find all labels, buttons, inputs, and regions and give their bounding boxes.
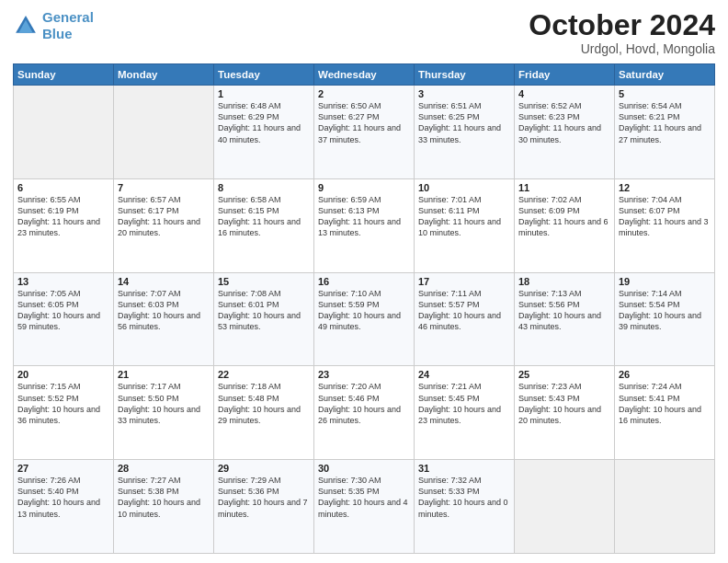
calendar-cell-w1-d0 bbox=[14, 86, 114, 179]
day-number: 4 bbox=[518, 88, 610, 99]
calendar-cell-w2-d4: 10Sunrise: 7:01 AMSunset: 6:11 PMDayligh… bbox=[415, 178, 515, 272]
day-number: 20 bbox=[17, 369, 109, 380]
calendar-cell-w4-d3: 23Sunrise: 7:20 AMSunset: 5:46 PMDayligh… bbox=[314, 366, 415, 460]
header-tuesday: Tuesday bbox=[214, 64, 314, 86]
logo: General Blue bbox=[13, 9, 94, 42]
calendar-cell-w1-d2: 1Sunrise: 6:48 AMSunset: 6:29 PMDaylight… bbox=[214, 86, 314, 179]
day-info: Sunrise: 7:21 AMSunset: 5:45 PMDaylight:… bbox=[418, 381, 510, 426]
calendar-cell-w3-d6: 19Sunrise: 7:14 AMSunset: 5:54 PMDayligh… bbox=[615, 272, 715, 366]
calendar-cell-w2-d6: 12Sunrise: 7:04 AMSunset: 6:07 PMDayligh… bbox=[615, 178, 715, 272]
header-thursday: Thursday bbox=[415, 64, 515, 86]
day-number: 18 bbox=[518, 276, 610, 287]
day-number: 12 bbox=[619, 182, 711, 193]
logo-icon bbox=[13, 13, 39, 39]
day-number: 8 bbox=[218, 182, 310, 193]
calendar-cell-w3-d5: 18Sunrise: 7:13 AMSunset: 5:56 PMDayligh… bbox=[515, 272, 615, 366]
calendar-cell-w1-d6: 5Sunrise: 6:54 AMSunset: 6:21 PMDaylight… bbox=[615, 86, 715, 179]
weekday-header-row: Sunday Monday Tuesday Wednesday Thursday… bbox=[14, 64, 715, 86]
day-number: 29 bbox=[218, 463, 310, 474]
day-number: 31 bbox=[418, 463, 510, 474]
day-info: Sunrise: 7:23 AMSunset: 5:43 PMDaylight:… bbox=[518, 381, 610, 426]
day-number: 13 bbox=[17, 276, 109, 287]
page: General Blue October 2024 Urdgol, Hovd, … bbox=[0, 0, 728, 563]
day-info: Sunrise: 6:51 AMSunset: 6:25 PMDaylight:… bbox=[418, 100, 510, 145]
calendar-cell-w5-d0: 27Sunrise: 7:26 AMSunset: 5:40 PMDayligh… bbox=[14, 460, 114, 554]
day-info: Sunrise: 7:04 AMSunset: 6:07 PMDaylight:… bbox=[619, 194, 711, 239]
day-info: Sunrise: 7:01 AMSunset: 6:11 PMDaylight:… bbox=[418, 194, 510, 239]
day-info: Sunrise: 7:08 AMSunset: 6:01 PMDaylight:… bbox=[218, 288, 310, 333]
day-info: Sunrise: 6:48 AMSunset: 6:29 PMDaylight:… bbox=[218, 100, 310, 145]
day-info: Sunrise: 7:11 AMSunset: 5:57 PMDaylight:… bbox=[418, 288, 510, 333]
calendar-cell-w1-d4: 3Sunrise: 6:51 AMSunset: 6:25 PMDaylight… bbox=[415, 86, 515, 179]
day-info: Sunrise: 7:24 AMSunset: 5:41 PMDaylight:… bbox=[619, 381, 711, 426]
day-info: Sunrise: 7:30 AMSunset: 5:35 PMDaylight:… bbox=[318, 475, 410, 520]
week-row-5: 27Sunrise: 7:26 AMSunset: 5:40 PMDayligh… bbox=[14, 460, 715, 554]
day-info: Sunrise: 7:07 AMSunset: 6:03 PMDaylight:… bbox=[118, 288, 210, 333]
calendar-cell-w4-d4: 24Sunrise: 7:21 AMSunset: 5:45 PMDayligh… bbox=[415, 366, 515, 460]
calendar-cell-w5-d6 bbox=[615, 460, 715, 554]
calendar-cell-w2-d5: 11Sunrise: 7:02 AMSunset: 6:09 PMDayligh… bbox=[515, 178, 615, 272]
calendar-cell-w4-d1: 21Sunrise: 7:17 AMSunset: 5:50 PMDayligh… bbox=[114, 366, 214, 460]
calendar-cell-w3-d4: 17Sunrise: 7:11 AMSunset: 5:57 PMDayligh… bbox=[415, 272, 515, 366]
calendar-table: Sunday Monday Tuesday Wednesday Thursday… bbox=[13, 63, 715, 554]
day-number: 28 bbox=[118, 463, 210, 474]
day-info: Sunrise: 7:02 AMSunset: 6:09 PMDaylight:… bbox=[518, 194, 610, 239]
week-row-2: 6Sunrise: 6:55 AMSunset: 6:19 PMDaylight… bbox=[14, 178, 715, 272]
header-friday: Friday bbox=[515, 64, 615, 86]
day-info: Sunrise: 7:14 AMSunset: 5:54 PMDaylight:… bbox=[619, 288, 711, 333]
title-block: October 2024 Urdgol, Hovd, Mongolia bbox=[529, 9, 715, 56]
calendar-cell-w5-d1: 28Sunrise: 7:27 AMSunset: 5:38 PMDayligh… bbox=[114, 460, 214, 554]
day-info: Sunrise: 7:27 AMSunset: 5:38 PMDaylight:… bbox=[118, 475, 210, 520]
calendar-cell-w2-d1: 7Sunrise: 6:57 AMSunset: 6:17 PMDaylight… bbox=[114, 178, 214, 272]
day-info: Sunrise: 6:55 AMSunset: 6:19 PMDaylight:… bbox=[17, 194, 109, 239]
day-info: Sunrise: 7:29 AMSunset: 5:36 PMDaylight:… bbox=[218, 475, 310, 520]
day-number: 5 bbox=[619, 88, 711, 99]
week-row-1: 1Sunrise: 6:48 AMSunset: 6:29 PMDaylight… bbox=[14, 86, 715, 179]
day-number: 21 bbox=[118, 369, 210, 380]
day-info: Sunrise: 7:20 AMSunset: 5:46 PMDaylight:… bbox=[318, 381, 410, 426]
day-number: 6 bbox=[17, 182, 109, 193]
day-info: Sunrise: 7:32 AMSunset: 5:33 PMDaylight:… bbox=[418, 475, 510, 520]
day-number: 14 bbox=[118, 276, 210, 287]
calendar-cell-w4-d6: 26Sunrise: 7:24 AMSunset: 5:41 PMDayligh… bbox=[615, 366, 715, 460]
day-number: 25 bbox=[518, 369, 610, 380]
calendar-cell-w3-d3: 16Sunrise: 7:10 AMSunset: 5:59 PMDayligh… bbox=[314, 272, 415, 366]
day-info: Sunrise: 7:18 AMSunset: 5:48 PMDaylight:… bbox=[218, 381, 310, 426]
calendar-title: October 2024 bbox=[529, 9, 715, 41]
header-sunday: Sunday bbox=[14, 64, 114, 86]
calendar-cell-w2-d0: 6Sunrise: 6:55 AMSunset: 6:19 PMDaylight… bbox=[14, 178, 114, 272]
day-number: 2 bbox=[318, 88, 410, 99]
day-number: 27 bbox=[17, 463, 109, 474]
calendar-cell-w4-d2: 22Sunrise: 7:18 AMSunset: 5:48 PMDayligh… bbox=[214, 366, 314, 460]
day-info: Sunrise: 7:17 AMSunset: 5:50 PMDaylight:… bbox=[118, 381, 210, 426]
calendar-cell-w1-d1 bbox=[114, 86, 214, 179]
day-info: Sunrise: 6:54 AMSunset: 6:21 PMDaylight:… bbox=[619, 100, 711, 145]
day-number: 23 bbox=[318, 369, 410, 380]
day-number: 15 bbox=[218, 276, 310, 287]
calendar-cell-w1-d3: 2Sunrise: 6:50 AMSunset: 6:27 PMDaylight… bbox=[314, 86, 415, 179]
calendar-cell-w5-d4: 31Sunrise: 7:32 AMSunset: 5:33 PMDayligh… bbox=[415, 460, 515, 554]
day-info: Sunrise: 7:15 AMSunset: 5:52 PMDaylight:… bbox=[17, 381, 109, 426]
week-row-3: 13Sunrise: 7:05 AMSunset: 6:05 PMDayligh… bbox=[14, 272, 715, 366]
week-row-4: 20Sunrise: 7:15 AMSunset: 5:52 PMDayligh… bbox=[14, 366, 715, 460]
day-info: Sunrise: 6:58 AMSunset: 6:15 PMDaylight:… bbox=[218, 194, 310, 239]
day-number: 10 bbox=[418, 182, 510, 193]
calendar-cell-w3-d0: 13Sunrise: 7:05 AMSunset: 6:05 PMDayligh… bbox=[14, 272, 114, 366]
day-number: 30 bbox=[318, 463, 410, 474]
day-number: 9 bbox=[318, 182, 410, 193]
day-info: Sunrise: 6:50 AMSunset: 6:27 PMDaylight:… bbox=[318, 100, 410, 145]
day-info: Sunrise: 7:13 AMSunset: 5:56 PMDaylight:… bbox=[518, 288, 610, 333]
day-number: 16 bbox=[318, 276, 410, 287]
day-number: 17 bbox=[418, 276, 510, 287]
calendar-cell-w5-d5 bbox=[515, 460, 615, 554]
calendar-subtitle: Urdgol, Hovd, Mongolia bbox=[529, 41, 715, 56]
day-info: Sunrise: 7:10 AMSunset: 5:59 PMDaylight:… bbox=[318, 288, 410, 333]
header: General Blue October 2024 Urdgol, Hovd, … bbox=[13, 9, 715, 56]
day-number: 19 bbox=[619, 276, 711, 287]
day-info: Sunrise: 6:59 AMSunset: 6:13 PMDaylight:… bbox=[318, 194, 410, 239]
day-info: Sunrise: 6:57 AMSunset: 6:17 PMDaylight:… bbox=[118, 194, 210, 239]
header-wednesday: Wednesday bbox=[314, 64, 415, 86]
calendar-cell-w4-d0: 20Sunrise: 7:15 AMSunset: 5:52 PMDayligh… bbox=[14, 366, 114, 460]
day-number: 11 bbox=[518, 182, 610, 193]
day-info: Sunrise: 7:26 AMSunset: 5:40 PMDaylight:… bbox=[17, 475, 109, 520]
